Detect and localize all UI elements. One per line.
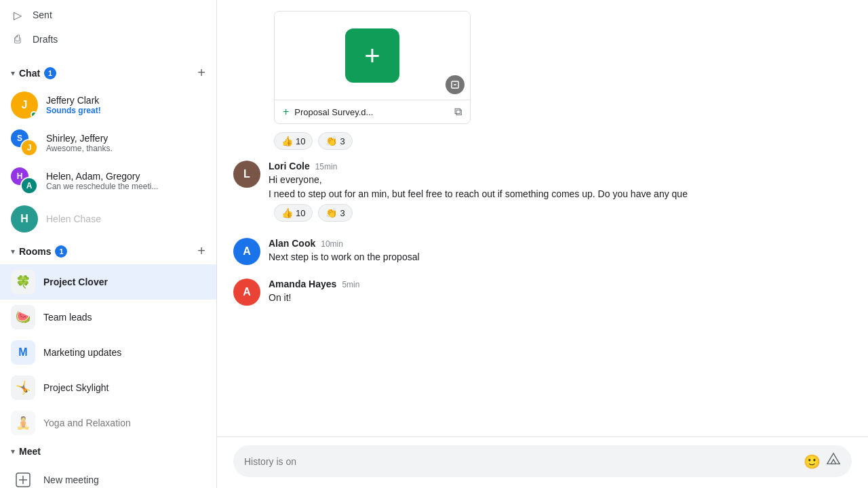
rooms-section-title: Rooms (19, 246, 51, 257)
lori-thumbs-up-reaction[interactable]: 👍 10 (274, 204, 313, 222)
room-icon-project-skylight: 🤸 (11, 375, 35, 400)
chat-preview: Awesome, thanks. (46, 144, 205, 153)
meet-label: New meeting (43, 474, 99, 485)
avatar-part2: A (20, 177, 38, 195)
file-reactions: 👍 10 👏 3 (274, 132, 852, 150)
chat-input[interactable] (244, 456, 798, 467)
sent-label: Sent (33, 9, 52, 20)
chat-chevron-icon: ▾ (11, 68, 15, 78)
file-attachment-card: + + Proposal Survey.d... ⧉ (274, 11, 471, 124)
message-sender: Alan Cook (269, 238, 315, 249)
chat-item-helen-adam-gregory[interactable]: H A Helen, Adam, Gregory Can we reschedu… (0, 162, 216, 200)
chat-item-helen-chase[interactable]: H Helen Chase (0, 200, 216, 238)
avatar-alan-cook: A (233, 238, 260, 265)
room-item-marketing-updates[interactable]: M Marketing updates (0, 335, 216, 370)
meet-section-left: ▾ Meet (11, 446, 41, 457)
room-item-team-leads[interactable]: 🍉 Team leads (0, 300, 216, 335)
thumbs-up-count: 10 (296, 208, 305, 218)
message-time: 10min (321, 239, 343, 249)
rooms-section-header[interactable]: ▾ Rooms 1 + (0, 238, 216, 264)
message-header: Lori Cole 15min (269, 161, 852, 171)
clap-emoji: 👏 (326, 136, 337, 146)
file-name: Proposal Survey.d... (294, 107, 449, 117)
message-header: Alan Cook 10min (269, 238, 852, 249)
emoji-picker-button[interactable]: 🙂 (804, 453, 821, 470)
meet-section-header[interactable]: ▾ Meet (0, 441, 216, 462)
message-text: On it! (269, 291, 852, 305)
meet-list: New meeting My meetings (0, 462, 216, 488)
open-file-button[interactable]: ⧉ (454, 106, 462, 118)
chat-item-jeffery-clark[interactable]: J Jeffery Clark Sounds great! (0, 86, 216, 124)
chat-name: Jeffery Clark (46, 95, 205, 106)
chat-input-container: 🙂 (233, 445, 852, 477)
message-row-alan-cook: A Alan Cook 10min Next step is to work o… (233, 238, 852, 265)
room-icon-project-clover: 🍀 (11, 270, 35, 294)
thumbs-up-count: 10 (296, 136, 305, 146)
room-name: Marketing updates (43, 347, 121, 358)
chat-preview: Can we reschedule the meeti... (46, 182, 205, 191)
chat-item-shirley-jeffery[interactable]: S J Shirley, Jeffery Awesome, thanks. (0, 124, 216, 162)
clap-count: 3 (340, 136, 344, 146)
rooms-add-button[interactable]: + (197, 243, 205, 259)
message-sender: Lori Cole (269, 161, 310, 171)
room-name: Project Clover (43, 277, 108, 287)
rooms-list: 🍀 Project Clover 🍉 Team leads M Marketin… (0, 264, 216, 441)
google-drive-button[interactable] (826, 452, 841, 470)
chat-add-button[interactable]: + (197, 65, 205, 81)
chat-name: Shirley, Jeffery (46, 133, 205, 144)
room-name: Yoga and Relaxation (43, 418, 131, 428)
meet-item-new-meeting[interactable]: New meeting (0, 462, 216, 488)
sidebar-item-drafts[interactable]: ⎙ Drafts (0, 27, 216, 52)
message-sender: Amanda Hayes (269, 279, 336, 289)
avatar-amanda-hayes: A (233, 279, 260, 306)
message-text-line1: Hi everyone, (269, 173, 852, 187)
thumbs-up-emoji: 👍 (281, 136, 293, 146)
message-header: Amanda Hayes 5min (269, 279, 852, 289)
drafts-icon: ⎙ (11, 33, 24, 46)
message-time: 5min (342, 280, 359, 289)
chat-badge: 1 (44, 67, 56, 79)
message-body-lori-cole: Lori Cole 15min Hi everyone, I need to s… (269, 161, 852, 201)
rooms-section-left: ▾ Rooms 1 (11, 245, 67, 258)
message-text-line2: I need to step out for an min, but feel … (269, 187, 825, 201)
chat-section-left: ▾ Chat 1 (11, 67, 56, 79)
room-name: Team leads (43, 312, 92, 323)
room-item-project-clover[interactable]: 🍀 Project Clover (0, 264, 216, 300)
main-chat-area: + + Proposal Survey.d... ⧉ 👍 10 (217, 0, 868, 488)
lori-clap-reaction[interactable]: 👏 3 (318, 204, 352, 222)
sidebar: ▷ Sent ⎙ Drafts ▾ Chat 1 + J Jeffery Cla… (0, 0, 217, 488)
avatar-helen-adam-gregory: H A (11, 167, 38, 195)
sidebar-nav-section: ▷ Sent ⎙ Drafts (0, 0, 216, 54)
file-badge (446, 75, 465, 94)
clap-reaction[interactable]: 👏 3 (318, 132, 352, 150)
room-item-yoga-relaxation[interactable]: 🧘 Yoga and Relaxation (0, 405, 216, 441)
rooms-chevron-icon: ▾ (11, 247, 15, 256)
chat-section-title: Chat (19, 68, 40, 79)
thumbs-up-reaction[interactable]: 👍 10 (274, 132, 313, 150)
sidebar-item-sent[interactable]: ▷ Sent (0, 3, 216, 27)
new-meeting-icon (11, 468, 35, 488)
room-item-project-skylight[interactable]: 🤸 Project Skylight (0, 370, 216, 405)
chat-list: J Jeffery Clark Sounds great! S J Shirle… (0, 86, 216, 238)
message-time: 15min (315, 162, 338, 171)
online-indicator (31, 111, 37, 118)
file-preview: + (275, 12, 470, 100)
lori-reactions: 👍 10 👏 3 (274, 204, 852, 222)
message-row-amanda-hayes: A Amanda Hayes 5min On it! (233, 279, 852, 306)
chat-preview: Sounds great! (46, 106, 205, 115)
avatar-jeffery-clark: J (11, 92, 38, 119)
chat-info-helen-chase: Helen Chase (46, 214, 205, 224)
room-icon-marketing-updates: M (11, 340, 35, 365)
avatar-lori-cole: L (233, 161, 260, 188)
chat-info-shirley-jeffery: Shirley, Jeffery Awesome, thanks. (46, 133, 205, 153)
chat-name: Helen Chase (46, 214, 205, 224)
chat-messages: + + Proposal Survey.d... ⧉ 👍 10 (217, 0, 868, 436)
room-icon-team-leads: 🍉 (11, 305, 35, 329)
room-name: Project Skylight (43, 382, 108, 393)
chat-section-header[interactable]: ▾ Chat 1 + (0, 60, 216, 86)
message-body-alan-cook: Alan Cook 10min Next step is to work on … (269, 238, 852, 264)
message-body-amanda-hayes: Amanda Hayes 5min On it! (269, 279, 852, 305)
avatar-shirley-jeffery: S J (11, 129, 38, 157)
file-footer: + Proposal Survey.d... ⧉ (275, 100, 470, 123)
clap-count: 3 (340, 208, 344, 218)
